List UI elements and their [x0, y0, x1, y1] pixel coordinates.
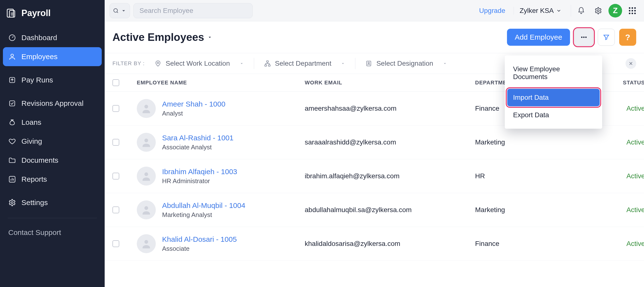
add-employee-button[interactable]: Add Employee: [507, 29, 570, 46]
employee-department: HR: [475, 172, 580, 180]
employee-role: Marketing Analyst: [162, 211, 245, 219]
employee-status: Active: [580, 172, 644, 180]
employee-name-link[interactable]: Abdullah Al-Muqbil - 1004: [162, 201, 245, 210]
sidebar-item-employees[interactable]: Employees: [3, 47, 102, 66]
filter-text: Select Department: [275, 60, 332, 67]
user-icon: [8, 53, 16, 60]
employee-name-link[interactable]: Ameer Shah - 1000: [162, 100, 226, 108]
more-actions-button[interactable]: [574, 29, 594, 46]
row-checkbox[interactable]: [112, 105, 119, 112]
svg-point-19: [581, 36, 583, 38]
page-title-text: Active Employees: [112, 31, 204, 43]
svg-point-30: [144, 172, 148, 176]
help-label: ?: [625, 32, 630, 42]
divider: [571, 5, 571, 16]
grid-icon: [628, 6, 637, 15]
heart-icon: [8, 137, 16, 145]
upgrade-link[interactable]: Upgrade: [474, 7, 510, 14]
employee-status: Active: [580, 240, 644, 248]
topbar: Upgrade Zylker KSA Z: [105, 0, 644, 21]
help-button[interactable]: ?: [619, 29, 636, 46]
org-chart-icon: [264, 60, 271, 67]
search-icon: [113, 7, 119, 14]
org-switcher[interactable]: Zylker KSA: [514, 7, 567, 14]
employee-department: Marketing: [475, 206, 580, 214]
search-input[interactable]: [134, 3, 253, 18]
select-all-checkbox[interactable]: [112, 79, 119, 86]
caret-down-icon: [340, 61, 345, 66]
sidebar-item-revisions-approval[interactable]: Revisions Approval: [3, 94, 102, 113]
sidebar-item-giving[interactable]: Giving: [3, 132, 102, 151]
employee-name-link[interactable]: Ibrahim Alfaqieh - 1003: [162, 168, 237, 176]
main-content: Upgrade Zylker KSA Z Active Employees: [105, 0, 644, 287]
caret-down-icon: [120, 7, 127, 14]
moneybag-icon: [8, 118, 16, 126]
sidebar-item-pay-runs[interactable]: Pay Runs: [3, 70, 102, 89]
divider: [254, 58, 254, 69]
filter-label: FILTER BY :: [112, 60, 144, 67]
row-checkbox[interactable]: [112, 207, 119, 213]
contact-support-link[interactable]: Contact Support: [3, 224, 102, 241]
filter-department[interactable]: Select Department: [262, 58, 348, 69]
row-checkbox[interactable]: [112, 240, 119, 247]
gauge-icon: [8, 34, 16, 42]
filter-text: Select Work Location: [166, 60, 230, 67]
svg-point-15: [634, 10, 636, 11]
user-avatar[interactable]: Z: [608, 4, 622, 17]
filter-designation[interactable]: Select Designation: [363, 58, 449, 69]
svg-point-17: [632, 12, 633, 14]
menu-item-export-data[interactable]: Export Data: [507, 106, 600, 124]
filter-work-location[interactable]: Select Work Location: [152, 58, 246, 69]
sidebar-item-label: Documents: [22, 156, 58, 164]
org-name: Zylker KSA: [520, 7, 554, 14]
employee-email: saraaalrashidd@zylkersa.com: [305, 138, 475, 146]
employee-email: abdullahalmuqbil.sa@zylkersa.com: [305, 206, 475, 214]
table-row: Khalid Al-Dosari - 1005 Associate khalid…: [105, 227, 644, 261]
svg-point-32: [144, 240, 148, 244]
row-checkbox[interactable]: [112, 139, 119, 146]
table-row: Sara Al-Rashid - 1001 Associate Analyst …: [105, 125, 644, 159]
menu-item-import-data[interactable]: Import Data: [507, 89, 600, 106]
sidebar-item-loans[interactable]: Loans: [3, 113, 102, 132]
employee-name-link[interactable]: Khalid Al-Dosari - 1005: [162, 235, 237, 244]
sidebar-item-documents[interactable]: Documents: [3, 151, 102, 170]
svg-point-7: [11, 202, 13, 204]
employee-department: Marketing: [475, 138, 580, 146]
page-title-dropdown[interactable]: Active Employees: [112, 31, 212, 43]
menu-item-view-documents[interactable]: View Employee Documents: [507, 60, 600, 87]
employee-name-link[interactable]: Sara Al-Rashid - 1001: [162, 134, 234, 142]
header-actions: Add Employee ? View Employee Documents I…: [507, 29, 636, 46]
svg-point-3: [11, 54, 14, 57]
svg-rect-1: [10, 10, 15, 17]
app-name: Payroll: [22, 8, 50, 18]
sidebar-item-label: Giving: [22, 137, 42, 145]
clear-filters-button[interactable]: [626, 58, 636, 69]
filter-button[interactable]: [598, 29, 615, 46]
svg-point-11: [632, 7, 633, 8]
sidebar-item-reports[interactable]: Reports: [3, 170, 102, 189]
sidebar-item-label: Reports: [22, 175, 47, 183]
dots-horizontal-icon: [580, 33, 588, 41]
app-launcher-button[interactable]: [626, 4, 639, 17]
sidebar-item-settings[interactable]: Settings: [3, 193, 102, 212]
table-row: Ibrahim Alfaqieh - 1003 HR Administrator…: [105, 159, 644, 193]
caret-down-icon: [207, 34, 212, 40]
employee-role: HR Administrator: [162, 177, 237, 185]
employee-role: Associate: [162, 245, 237, 253]
search-scope-button[interactable]: [110, 3, 130, 18]
sidebar-item-dashboard[interactable]: Dashboard: [3, 28, 102, 47]
notifications-button[interactable]: [574, 4, 588, 17]
sidebar-item-label: Dashboard: [22, 33, 57, 42]
settings-button[interactable]: [592, 4, 605, 17]
sidebar-item-label: Employees: [22, 52, 58, 61]
svg-point-12: [634, 7, 636, 8]
employee-role: Associate Analyst: [162, 143, 234, 151]
more-actions-menu: View Employee Documents Import Data Expo…: [505, 55, 602, 129]
table-row: Abdullah Al-Muqbil - 1004 Marketing Anal…: [105, 193, 644, 227]
sidebar-item-label: Loans: [22, 118, 42, 126]
employee-status: Active: [580, 138, 644, 146]
svg-point-16: [629, 12, 630, 14]
row-checkbox[interactable]: [112, 173, 119, 180]
svg-point-21: [585, 36, 587, 38]
caret-down-icon: [442, 61, 447, 66]
